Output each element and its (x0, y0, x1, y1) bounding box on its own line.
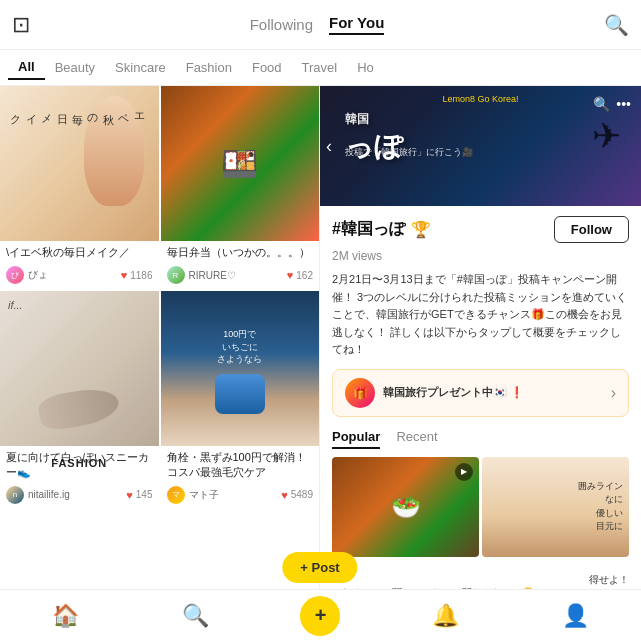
thumb-face-text: 囲みラインなに優しい目元に (578, 480, 623, 534)
thumb-face-image: 囲みラインなに優しい目元に (482, 457, 629, 557)
thumb-item-face[interactable]: 囲みラインなに優しい目元に (482, 457, 629, 557)
tab-for-you[interactable]: For You (329, 14, 384, 35)
plane-decoration: ✈ (592, 116, 621, 156)
promo-arrow-icon: › (611, 384, 616, 402)
right-content: #韓国っぽ 🏆 Follow 2M views 2月21日〜3月13日まで「#韓… (320, 206, 641, 567)
feed-item-caption-food: 毎日弁当（いつかの。。。） (161, 241, 320, 263)
search-icon[interactable]: 🔍 (604, 13, 629, 37)
makeup-overlay-text: エベ秋の毎日メイク (8, 106, 147, 119)
heart-icon-shoes: ♥ (126, 489, 133, 501)
category-tabs: All Beauty Skincare Fashion Food Travel … (0, 50, 641, 86)
banner-back-chevron[interactable]: ‹ (326, 136, 332, 157)
promo-info: 🎁 韓国旅行プレゼント中🇰🇷 ❗ (345, 378, 524, 408)
likes-makeup: ♥ 1186 (121, 269, 153, 281)
heart-icon-makeup: ♥ (121, 269, 128, 281)
avatar-food: R (167, 266, 185, 284)
feed-item-shoes[interactable]: if... FASHION 夏に向けて白っぽいスニーカー👟 n nitailif… (0, 291, 159, 509)
right-panel: ‹ Lemon8 Go Korea! 韓国 っぽ 投稿で「韓国旅行」に行こう🎥 … (320, 86, 641, 589)
avatar-shoes: n (6, 486, 24, 504)
shoe-shape (37, 385, 122, 433)
feed-item-caption-makeup: \イエベ秋の毎日メイク／ (0, 241, 159, 263)
nav-profile[interactable]: 👤 (550, 599, 601, 633)
thumb-item-food[interactable]: 🥗 ▶ (332, 457, 479, 557)
caption-row: これめっちゃ聞いのになんで閑なやらんの😭 得せよ！ ♥ 750 (320, 567, 641, 589)
banner-icons: 🔍 ••• (593, 96, 631, 112)
fashion-overlay: FASHION (6, 457, 153, 469)
feed-image-shoes: if... (0, 291, 159, 446)
username-makeup: びょ (28, 268, 48, 282)
feed-item-food[interactable]: 🍱 毎日弁当（いつかの。。。） R RIRURE♡ ♥ 162 (161, 86, 320, 289)
home-icon: 🏠 (52, 603, 79, 629)
feed-item-caption-skincare: 角栓・黒ずみ100円で解消！コスパ最強毛穴ケア (161, 446, 320, 483)
top-navigation: ⊡ Following For You 🔍 (0, 0, 641, 50)
caption-text-right: 得せよ！ (589, 573, 629, 587)
cat-beauty[interactable]: Beauty (45, 56, 105, 79)
cat-food[interactable]: Food (242, 56, 292, 79)
avatar-skincare: マ (167, 486, 185, 504)
feed-image-skincare: 100円でいちごにさようなら (161, 291, 320, 446)
likes-shoes: ♥ 145 (126, 489, 152, 501)
views-count: 2M views (332, 249, 629, 263)
likes-food: ♥ 162 (287, 269, 313, 281)
feed-item-meta-skincare: マ マト子 ♥ 5489 (161, 483, 320, 509)
avatar-makeup: び (6, 266, 24, 284)
profile-icon: 👤 (562, 603, 589, 629)
tab-following[interactable]: Following (250, 16, 313, 33)
add-post-button[interactable]: + (300, 596, 340, 636)
heart-icon-skincare: ♥ (281, 489, 288, 501)
cat-skincare[interactable]: Skincare (105, 56, 176, 79)
cat-ho[interactable]: Ho (347, 56, 384, 79)
hashtag-title: #韓国っぽ (332, 219, 405, 240)
feed-image-makeup: エベ秋の毎日メイク (0, 86, 159, 241)
feed-item-meta-shoes: n nitailife.ig ♥ 145 (0, 483, 159, 509)
floating-post-button[interactable]: + Post (282, 552, 357, 583)
banner-site-name: Lemon8 Go Korea! (442, 94, 518, 104)
likes-skincare: ♥ 5489 (281, 489, 313, 501)
feed-item-makeup[interactable]: エベ秋の毎日メイク \イエベ秋の毎日メイク／ び びょ ♥ 1186 (0, 86, 159, 289)
promo-avatar: 🎁 (345, 378, 375, 408)
nav-notifications[interactable]: 🔔 (420, 599, 471, 633)
username-skincare: マト子 (189, 488, 219, 502)
banner-more-icon[interactable]: ••• (616, 96, 631, 112)
feed-panel: エベ秋の毎日メイク \イエベ秋の毎日メイク／ び びょ ♥ 1186 🍱 (0, 86, 320, 589)
tab-recent[interactable]: Recent (396, 429, 437, 449)
promo-text: 韓国旅行プレゼント中🇰🇷 ❗ (383, 385, 524, 400)
feed-image-food: 🍱 (161, 86, 320, 241)
nav-home[interactable]: 🏠 (40, 599, 91, 633)
campaign-banner[interactable]: ‹ Lemon8 Go Korea! 韓国 っぽ 投稿で「韓国旅行」に行こう🎥 … (320, 86, 641, 206)
feed-item-meta-food: R RIRURE♡ ♥ 162 (161, 263, 320, 289)
user-info-makeup: び びょ (6, 266, 48, 284)
username-shoes: nitailife.ig (28, 489, 70, 500)
feed-grid: エベ秋の毎日メイク \イエベ秋の毎日メイク／ び びょ ♥ 1186 🍱 (0, 86, 319, 509)
follow-button[interactable]: Follow (554, 216, 629, 243)
hashtag-row: #韓国っぽ 🏆 Follow (332, 216, 629, 243)
feed-item-skincare[interactable]: 100円でいちごにさようなら 角栓・黒ずみ100円で解消！コスパ最強毛穴ケア マ… (161, 291, 320, 509)
thumbnail-grid: 🥗 ▶ 囲みラインなに優しい目元に (332, 457, 629, 557)
banner-search-icon[interactable]: 🔍 (593, 96, 610, 112)
play-icon: ▶ (455, 463, 473, 481)
username-food: RIRURE♡ (189, 270, 236, 281)
cat-fashion[interactable]: Fashion (176, 56, 242, 79)
trophy-icon: 🏆 (411, 220, 431, 239)
user-info-skincare: マ マト子 (167, 486, 219, 504)
bottom-navigation: 🏠 🔍 + 🔔 👤 + Post (0, 589, 641, 641)
cat-all[interactable]: All (8, 55, 45, 80)
description-text: 2月21日〜3月13日まで「#韓国っぽ」投稿キャンペーン開催！ 3つのレベルに分… (332, 271, 629, 359)
tab-popular[interactable]: Popular (332, 429, 380, 449)
feed-item-meta-makeup: び びょ ♥ 1186 (0, 263, 159, 289)
user-info-food: R RIRURE♡ (167, 266, 236, 284)
user-info-shoes: n nitailife.ig (6, 486, 70, 504)
cat-travel[interactable]: Travel (292, 56, 348, 79)
search-nav-icon: 🔍 (182, 603, 209, 629)
popular-recent-tabs: Popular Recent (332, 429, 629, 449)
bell-icon: 🔔 (432, 603, 459, 629)
scan-icon[interactable]: ⊡ (12, 12, 30, 38)
main-content: エベ秋の毎日メイク \イエベ秋の毎日メイク／ び びょ ♥ 1186 🍱 (0, 86, 641, 589)
nav-search[interactable]: 🔍 (170, 599, 221, 633)
heart-icon-food: ♥ (287, 269, 294, 281)
promo-card[interactable]: 🎁 韓国旅行プレゼント中🇰🇷 ❗ › (332, 369, 629, 417)
nav-tabs: Following For You (250, 14, 385, 35)
banner-sub-text: 投稿で「韓国旅行」に行こう🎥 (345, 146, 473, 159)
